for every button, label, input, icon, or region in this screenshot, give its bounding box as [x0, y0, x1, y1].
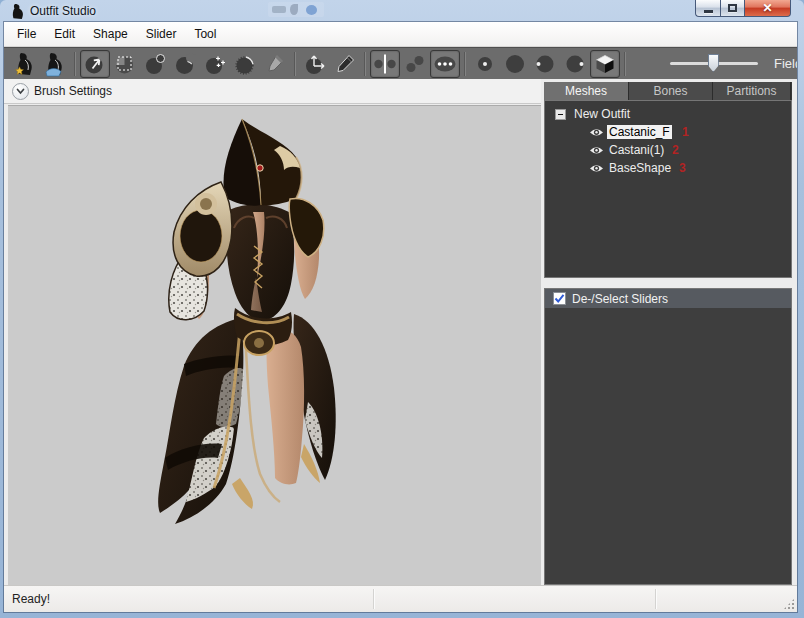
outfit-model — [8, 106, 541, 585]
smooth-brush-button[interactable] — [230, 50, 260, 78]
menu-slider[interactable]: Slider — [137, 24, 186, 44]
new-project-button[interactable] — [10, 50, 40, 78]
deflate-brush-button[interactable] — [170, 50, 200, 78]
select-tool-button[interactable] — [80, 50, 110, 78]
annotation-2: 2 — [672, 143, 679, 157]
load-project-icon — [42, 51, 68, 77]
move-brush-icon — [203, 52, 227, 76]
brush-settings-toggle[interactable] — [12, 83, 29, 100]
smooth-brush-icon — [233, 52, 257, 76]
weight-brush-icon — [263, 52, 287, 76]
annotation-1: 1 — [682, 125, 689, 139]
perspective-view-cube-icon — [593, 52, 617, 76]
window-controls: ✕ — [695, 0, 791, 17]
tree-item-label: Castani(1) — [607, 143, 666, 157]
sliders-list[interactable] — [544, 308, 792, 585]
pen-tool-icon — [333, 52, 357, 76]
minimize-icon — [704, 10, 713, 13]
x-mirror-icon — [373, 52, 397, 76]
window-title: Outfit Studio — [30, 4, 96, 18]
field-of-view-slider[interactable] — [670, 62, 758, 65]
tree-item-baseshape[interactable]: BaseShape 3 — [545, 159, 791, 177]
status-message: Ready! — [12, 592, 50, 606]
transform-tool-button[interactable] — [300, 50, 330, 78]
toolbar: Field of — [4, 47, 797, 79]
minimize-button[interactable] — [695, 0, 720, 17]
brush-falloff-center-icon — [473, 52, 497, 76]
chevron-down-icon — [15, 86, 26, 97]
field-of-view-control: Field of — [670, 56, 797, 71]
panel-tabs: Meshes Bones Partitions — [544, 82, 792, 100]
perspective-view-button[interactable] — [590, 50, 620, 78]
close-icon: ✕ — [762, 1, 772, 15]
toolbar-separator — [294, 52, 296, 76]
inflate-brush-button[interactable] — [140, 50, 170, 78]
field-of-view-slider-thumb[interactable] — [708, 54, 719, 72]
brush-falloff-full-icon — [503, 52, 527, 76]
brush-falloff-left-button[interactable] — [530, 50, 560, 78]
brush-falloff-full-button[interactable] — [500, 50, 530, 78]
status-divider — [373, 589, 375, 609]
sliders-header: De-/Select Sliders — [544, 288, 792, 308]
deselect-sliders-label: De-/Select Sliders — [572, 292, 668, 306]
right-panel: Meshes Bones Partitions New Outfit Casta… — [544, 82, 792, 585]
mask-brush-button[interactable] — [110, 50, 140, 78]
load-project-button[interactable] — [40, 50, 70, 78]
main-area: Brush Settings — [4, 79, 797, 585]
toolbar-separator — [74, 52, 76, 76]
collapse-icon[interactable] — [555, 109, 566, 120]
visibility-eye-icon[interactable] — [589, 144, 604, 156]
select-tool-icon — [83, 52, 107, 76]
visibility-eye-icon[interactable] — [589, 126, 604, 138]
deselect-sliders-checkbox[interactable] — [553, 292, 566, 305]
inflate-brush-icon — [143, 52, 167, 76]
visibility-eye-icon[interactable] — [589, 162, 604, 174]
checkmark-icon — [554, 293, 565, 304]
app-icon — [9, 3, 25, 20]
outfit-studio-window: Outfit Studio ✕ File Edit Shape Slider T… — [0, 0, 804, 618]
new-project-icon — [12, 51, 38, 77]
field-of-view-label: Field of — [774, 56, 797, 71]
annotation-3: 3 — [679, 161, 686, 175]
titlebar[interactable]: Outfit Studio ✕ — [0, 0, 804, 22]
move-brush-button[interactable] — [200, 50, 230, 78]
tree-root-new-outfit[interactable]: New Outfit — [545, 105, 791, 123]
tab-bones[interactable]: Bones — [629, 82, 713, 100]
tree-item-label: BaseShape — [607, 161, 673, 175]
menu-tool[interactable]: Tool — [185, 24, 225, 44]
mask-brush-icon — [113, 52, 137, 76]
x-mirror-button[interactable] — [370, 50, 400, 78]
weight-brush-button[interactable] — [260, 50, 290, 78]
maximize-button[interactable] — [720, 0, 745, 17]
brush-falloff-center-button[interactable] — [470, 50, 500, 78]
global-brush-collision-icon — [433, 52, 457, 76]
tree-item-castani-1[interactable]: Castani(1) 2 — [545, 141, 791, 159]
menu-bar: File Edit Shape Slider Tool — [4, 22, 797, 47]
tree-item-castanic-f[interactable]: Castanic_F 1 — [545, 123, 791, 141]
status-bar: Ready! — [4, 585, 797, 612]
transform-tool-icon — [303, 52, 327, 76]
global-brush-collision-button[interactable] — [430, 50, 460, 78]
edit-connected-only-button[interactable] — [400, 50, 430, 78]
tree-root-label: New Outfit — [572, 107, 632, 121]
maximize-icon — [728, 4, 737, 12]
edit-connected-only-icon — [403, 52, 427, 76]
brush-falloff-left-icon — [533, 52, 557, 76]
menu-edit[interactable]: Edit — [45, 24, 84, 44]
menu-shape[interactable]: Shape — [84, 24, 137, 44]
brush-falloff-right-button[interactable] — [560, 50, 590, 78]
viewport-3d[interactable] — [8, 105, 541, 585]
toolbar-separator — [364, 52, 366, 76]
toolbar-separator — [464, 52, 466, 76]
brush-falloff-right-icon — [563, 52, 587, 76]
deflate-brush-icon — [173, 52, 197, 76]
close-button[interactable]: ✕ — [745, 0, 791, 17]
pen-tool-button[interactable] — [330, 50, 360, 78]
menu-file[interactable]: File — [8, 24, 45, 44]
toolbar-separator — [624, 52, 626, 76]
brush-settings-bar: Brush Settings — [4, 79, 541, 104]
tab-partitions[interactable]: Partitions — [713, 82, 791, 100]
resize-grip[interactable] — [783, 598, 795, 610]
tab-meshes[interactable]: Meshes — [544, 82, 629, 100]
status-divider — [655, 589, 657, 609]
